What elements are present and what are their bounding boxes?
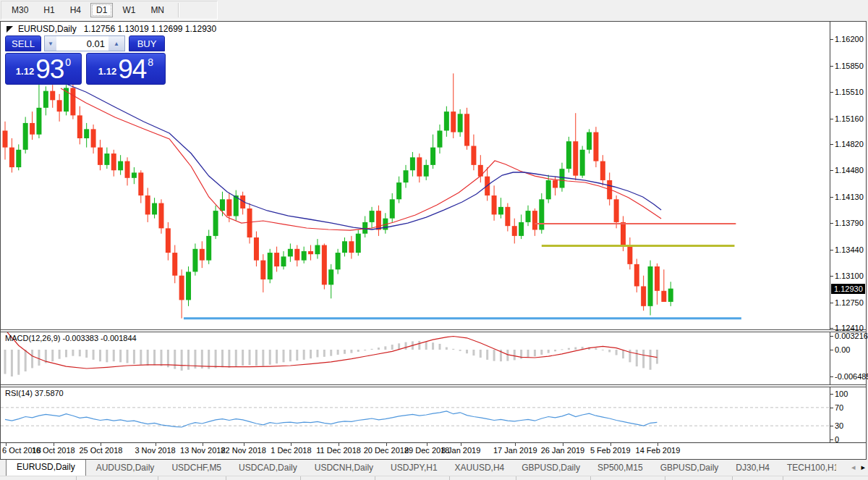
price-tick	[830, 119, 833, 119]
buy-price-quote[interactable]: 1.12 94 8	[86, 53, 166, 85]
status-strip-mark	[76, 476, 77, 480]
lot-size-stepper: ▼ ▲	[44, 35, 125, 51]
date-axis-label: 26 Jan 2019	[541, 446, 585, 455]
tab-gbpusd-daily[interactable]: GBPUSD,Daily	[514, 460, 587, 476]
price-tick	[830, 328, 833, 329]
price-axis-label: 1.15510	[835, 88, 864, 96]
status-strip-mark	[300, 476, 301, 480]
tab-sp500-m15[interactable]: SP500,M15	[590, 460, 650, 476]
lot-size-input[interactable]	[56, 36, 109, 51]
timeframe-button-h4[interactable]: H4	[64, 3, 87, 17]
tab-dj30-h4[interactable]: DJ30,H4	[728, 460, 777, 476]
rsi-label: RSI(14) 37.5870	[5, 389, 64, 397]
status-strip	[0, 476, 868, 480]
date-axis-label: 25 Oct 2018	[79, 446, 122, 455]
tab-xauusd-h4[interactable]: XAUUSD,H4	[448, 460, 512, 476]
timeframe-button-mn[interactable]: MN	[145, 3, 170, 17]
date-axis-label: 3 Nov 2018	[135, 446, 175, 455]
one-click-trade-panel: SELL ▼ ▲ BUY 1.12 93 0 1.12 94 8	[5, 35, 166, 85]
rsi-plot[interactable]	[1, 387, 830, 442]
macd-indicator-pane[interactable]: MACD(12,26,9) -0.003383 -0.001844 0.0032…	[1, 332, 866, 384]
price-axis-label: 1.13440	[835, 245, 864, 254]
tab-scroll-right-icon[interactable]: ▸	[861, 463, 865, 472]
rsi-tick	[830, 439, 833, 440]
rsi-svg	[1, 387, 830, 442]
status-strip-mark	[590, 476, 591, 480]
price-tick	[830, 144, 833, 145]
chart-window: EURUSD,Daily 1.12756 1.13019 1.12699 1.1…	[0, 21, 867, 460]
date-axis-label: 20 Dec 2018	[364, 446, 409, 455]
tab-usdjpy-h1[interactable]: USDJPY,H1	[383, 460, 444, 476]
rsi-axis-label: 30	[835, 421, 843, 430]
date-axis-label: 22 Nov 2018	[221, 446, 265, 455]
tab-usdcnh-daily[interactable]: USDCNH,Daily	[307, 460, 380, 476]
tab-audusd-daily[interactable]: AUDUSD,Daily	[89, 460, 162, 476]
triangle-up-icon: ▲	[114, 41, 119, 47]
lot-decrease-button[interactable]: ▼	[45, 36, 56, 51]
rsi-axis[interactable]: 10070300	[830, 387, 866, 442]
timeframe-toolbar: M30H1H4D1W1MN	[0, 0, 868, 21]
macd-axis-label: 0.003216	[835, 332, 868, 340]
price-axis-label: 1.12750	[835, 298, 864, 307]
rsi-tick	[830, 426, 833, 426]
rsi-tick	[830, 394, 833, 395]
price-axis-label: 1.13100	[835, 271, 864, 280]
macd-axis-label: -0.006485	[835, 372, 868, 381]
timeframe-button-d1[interactable]: D1	[90, 3, 113, 17]
macd-label: MACD(12,26,9) -0.003383 -0.001844	[5, 334, 137, 342]
sell-button[interactable]: SELL	[5, 35, 41, 51]
current-price-tag: 1.12930	[831, 284, 865, 294]
tab-scroll-left-icon[interactable]: ◂	[851, 463, 856, 472]
status-strip-mark	[732, 476, 733, 480]
tab-eurusd-daily[interactable]: EURUSD,Daily	[6, 460, 86, 476]
status-strip-mark	[226, 476, 226, 480]
tab-gbpusd-daily[interactable]: GBPUSD,Daily	[653, 460, 726, 476]
price-tick	[830, 170, 833, 171]
rsi-tick	[830, 408, 833, 408]
tab-usdcad-daily[interactable]: USDCAD,Daily	[231, 460, 305, 476]
date-axis-label: 13 Nov 2018	[180, 446, 225, 455]
rsi-indicator-pane[interactable]: RSI(14) 37.5870 10070300	[1, 387, 866, 442]
buy-price-prefix: 1.12	[98, 66, 116, 77]
status-strip-mark	[516, 476, 516, 480]
chart-ohlc-values: 1.12756 1.13019 1.12699 1.12930	[84, 24, 217, 34]
lot-increase-button[interactable]: ▲	[109, 36, 124, 51]
rsi-axis-label: 70	[835, 403, 843, 412]
timeframe-button-w1[interactable]: W1	[116, 3, 141, 17]
price-tick	[830, 223, 833, 224]
price-tick	[830, 197, 833, 198]
chart-title: EURUSD,Daily 1.12756 1.13019 1.12699 1.1…	[7, 24, 216, 34]
timeframe-button-h1[interactable]: H1	[38, 3, 60, 17]
sell-price-quote[interactable]: 1.12 93 0	[5, 53, 82, 85]
price-tick	[830, 92, 833, 93]
buy-price-pipette: 8	[148, 56, 153, 68]
price-tick	[830, 39, 833, 40]
chart-symbol-period: EURUSD,Daily	[18, 24, 77, 34]
tab-tech100-h1[interactable]: TECH100,H1	[780, 460, 836, 476]
status-strip-mark	[375, 476, 375, 480]
price-chart-pane[interactable]: EURUSD,Daily 1.12756 1.13019 1.12699 1.1…	[1, 22, 866, 329]
date-axis-label: 1 Dec 2018	[271, 446, 311, 455]
macd-tick	[830, 376, 833, 377]
status-strip-mark	[449, 476, 450, 480]
sell-price-main: 93	[35, 58, 64, 82]
macd-tick	[830, 350, 833, 350]
price-axis-label: 1.13790	[835, 219, 864, 227]
price-axis[interactable]: 1.162001.158501.155101.151601.148201.144…	[830, 22, 866, 329]
timeframe-button-m30[interactable]: M30	[6, 3, 34, 17]
status-strip-mark	[665, 476, 665, 480]
macd-axis[interactable]: 0.0032160.00-0.006485	[830, 332, 866, 384]
date-axis-label: 16 Oct 2018	[32, 446, 75, 455]
chart-tabs: EURUSD,DailyAUDUSD,DailyUSDCHF,M5USDCAD,…	[0, 460, 836, 476]
price-tick	[830, 66, 833, 67]
status-strip-mark	[783, 476, 783, 480]
status-strip-mark	[158, 476, 158, 480]
price-tick	[830, 303, 833, 303]
collapse-triangle-icon[interactable]	[7, 26, 13, 33]
buy-button[interactable]: BUY	[129, 35, 165, 51]
price-axis-label: 1.15850	[835, 62, 864, 70]
price-axis-label: 1.15160	[835, 114, 864, 123]
tab-scroll-buttons: ◂ ▸	[851, 463, 865, 472]
tab-usdchf-m5[interactable]: USDCHF,M5	[164, 460, 229, 476]
date-axis[interactable]: 6 Oct 201816 Oct 201825 Oct 20183 Nov 20…	[1, 442, 866, 459]
